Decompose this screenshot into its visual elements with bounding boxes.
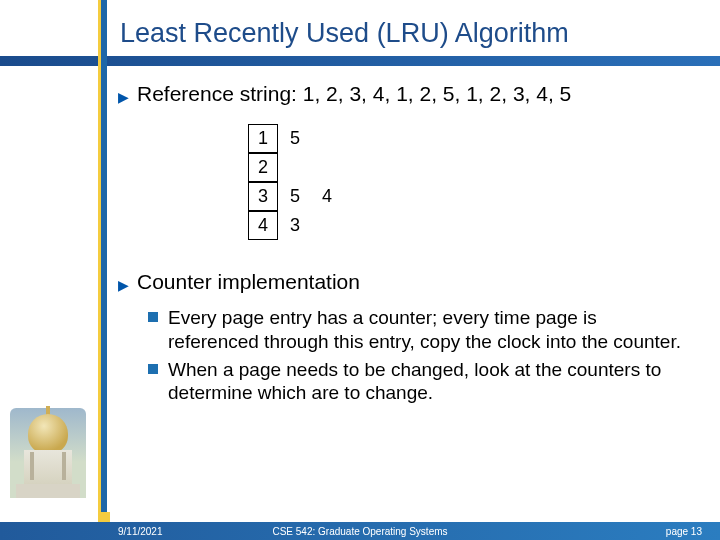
title-underline-band: [0, 56, 720, 66]
bullet-triangle-icon: ▶: [118, 277, 129, 293]
frame-row: 3 5 4: [248, 182, 688, 211]
frame-cell: 4: [248, 211, 278, 240]
frame-row: 4 3: [248, 211, 688, 240]
replacement-value: 3: [280, 211, 310, 240]
bullet-square-icon: [148, 312, 158, 322]
footer-date: 9/11/2021: [118, 526, 163, 537]
footer-bar: 9/11/2021 CSE 542: Graduate Operating Sy…: [0, 522, 720, 540]
content-area: ▶ Reference string: 1, 2, 3, 4, 1, 2, 5,…: [118, 82, 688, 409]
frame-row: 2: [248, 153, 688, 182]
counter-heading-line: ▶ Counter implementation: [118, 270, 688, 294]
footer-page: page 13: [666, 526, 702, 537]
frame-cell: 3: [248, 182, 278, 211]
reference-string-text: Reference string: 1, 2, 3, 4, 1, 2, 5, 1…: [137, 82, 571, 106]
replacement-value: 5: [280, 124, 310, 153]
reference-string-line: ▶ Reference string: 1, 2, 3, 4, 1, 2, 5,…: [118, 82, 688, 106]
dome-logo: [10, 408, 86, 498]
footer-course: CSE 542: Graduate Operating Systems: [272, 526, 447, 537]
frame-cell: 1: [248, 124, 278, 153]
bullet-square-icon: [148, 364, 158, 374]
frame-row: 1 5: [248, 124, 688, 153]
list-item: Every page entry has a counter; every ti…: [148, 306, 688, 354]
frames-diagram: 1 5 2 3 5 4 4 3: [248, 124, 688, 240]
sub-bullet-text: When a page needs to be changed, look at…: [168, 358, 688, 406]
bullet-triangle-icon: ▶: [118, 89, 129, 105]
slide-title: Least Recently Used (LRU) Algorithm: [120, 18, 569, 49]
replacement-value: 4: [312, 182, 342, 211]
frame-cell: 2: [248, 153, 278, 182]
list-item: When a page needs to be changed, look at…: [148, 358, 688, 406]
sub-bullet-text: Every page entry has a counter; every ti…: [168, 306, 688, 354]
counter-heading-text: Counter implementation: [137, 270, 360, 294]
replacement-value: 5: [280, 182, 310, 211]
sub-bullet-list: Every page entry has a counter; every ti…: [148, 306, 688, 405]
vertical-accent-blue: [101, 0, 107, 540]
